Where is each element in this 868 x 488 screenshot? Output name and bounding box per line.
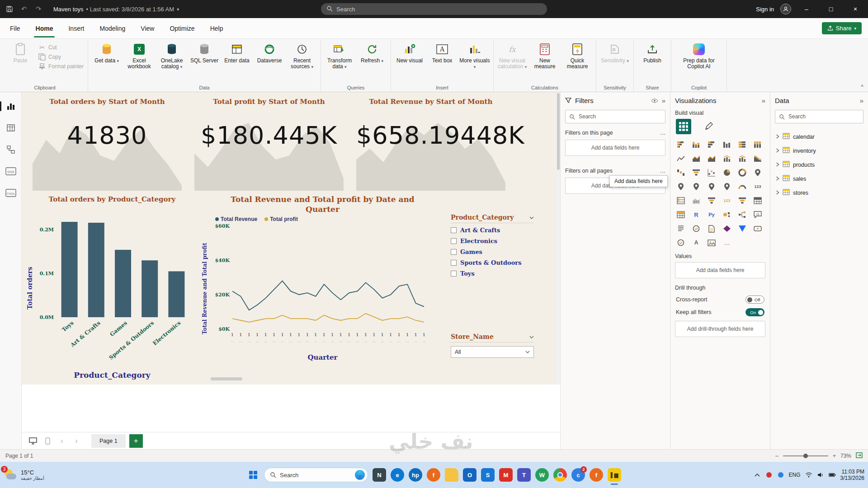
slicer-item-art-crafts[interactable]: Art & Crafts: [451, 227, 534, 234]
kpi-icon[interactable]: KPI: [690, 195, 702, 206]
text-box-icon[interactable]: A: [690, 237, 702, 249]
next-page-icon[interactable]: ›: [71, 435, 82, 447]
taskbar-app-power-bi[interactable]: ▌▆: [608, 468, 621, 482]
share-button[interactable]: Share ▾: [822, 22, 862, 34]
collapse-pane-icon[interactable]: »: [662, 97, 665, 104]
scatter-chart-icon[interactable]: [706, 167, 717, 178]
taskbar-app-firefox-browser[interactable]: f: [427, 468, 440, 482]
pie-chart-icon[interactable]: [721, 167, 733, 178]
app-tray-icon[interactable]: [777, 471, 784, 479]
ribbon-tab-modeling[interactable]: Modeling: [99, 22, 126, 35]
ellipsis-icon[interactable]: …: [660, 168, 666, 174]
checkbox-icon[interactable]: [451, 238, 457, 244]
tmdl-view-icon[interactable]: TMDL: [4, 186, 18, 200]
map-icon[interactable]: [675, 181, 687, 192]
key-influencers-icon[interactable]: [721, 209, 733, 221]
kpi-card-1[interactable]: Total orders by Start of Month 41830: [33, 96, 182, 191]
volume-icon[interactable]: [817, 471, 824, 479]
previous-page-icon[interactable]: ‹: [56, 435, 68, 447]
ribbon-transform-data-button[interactable]: Transform data ▾: [323, 40, 356, 71]
security-tray-icon[interactable]: [765, 471, 773, 479]
power-automate-visual-icon[interactable]: [736, 223, 748, 235]
store-name-slicer[interactable]: Store_Name All: [451, 333, 534, 358]
ribbon-tab-optimize[interactable]: Optimize: [169, 22, 195, 35]
chevron-right-icon[interactable]: [776, 148, 779, 154]
treemap-icon[interactable]: [752, 167, 764, 178]
new-card-icon[interactable]: 123: [721, 195, 733, 206]
mobile-layout-icon[interactable]: [42, 435, 53, 447]
build-visual-selected-icon[interactable]: [676, 119, 691, 134]
chevron-down-icon[interactable]: [529, 213, 534, 221]
collapse-pane-icon[interactable]: »: [762, 97, 765, 104]
fit-to-page-icon[interactable]: [856, 452, 863, 460]
battery-icon[interactable]: [829, 471, 836, 479]
line-chart-scrollbar[interactable]: [211, 377, 242, 380]
taskbar-app-notepad[interactable]: N: [373, 468, 386, 482]
report-view-icon[interactable]: [4, 99, 18, 113]
file-title[interactable]: Maven toys • Last saved: 3/8/2026 at 1:5…: [53, 6, 179, 13]
more-options-icon[interactable]: …: [721, 237, 733, 249]
slicer-icon[interactable]: [706, 195, 717, 206]
ribbon-tab-insert[interactable]: Insert: [67, 22, 85, 35]
zoom-in-icon[interactable]: +: [833, 453, 836, 459]
taskbar-app-chrome[interactable]: [553, 468, 567, 482]
clustered-bar-chart-icon[interactable]: [706, 139, 717, 150]
chevron-right-icon[interactable]: [776, 162, 779, 168]
ribbon-excel-workbook-button[interactable]: X Excel workbook: [123, 40, 156, 70]
language-indicator[interactable]: ENG: [789, 472, 801, 478]
ribbon-onelake-catalog-button[interactable]: OneLake catalog ▾: [156, 40, 188, 71]
data-search-input[interactable]: Search: [775, 110, 863, 123]
values-dropzone[interactable]: Add data fields here: [675, 262, 765, 278]
checkbox-icon[interactable]: [451, 271, 457, 277]
matrix-icon[interactable]: [675, 209, 687, 221]
sign-in-link[interactable]: Sign in: [756, 6, 774, 13]
ribbon-quick-measure-button[interactable]: Quick measure: [561, 40, 594, 70]
ribbon-new-visual-button[interactable]: New visual: [393, 40, 426, 65]
ribbon-more-visuals-button[interactable]: More visuals ▾: [458, 40, 491, 71]
ribbon-dataverse-button[interactable]: Dataverse: [253, 40, 286, 65]
ribbon-tab-home[interactable]: Home: [35, 22, 54, 35]
close-button[interactable]: ×: [846, 0, 864, 18]
scorecard-icon[interactable]: [675, 237, 687, 249]
collapse-ribbon-icon[interactable]: ^: [861, 84, 863, 90]
ribbon-enter-data-button[interactable]: Enter data: [221, 40, 253, 65]
donut-chart-icon[interactable]: [736, 167, 748, 178]
filters-page-dropzone[interactable]: Add data fields here: [565, 140, 665, 156]
bar-chart-plot[interactable]: 0.0M0.1M0.2MToysArt & CraftsGamesSports …: [36, 203, 190, 373]
q-and-a-icon[interactable]: Q: [752, 209, 764, 221]
metrics-icon[interactable]: [690, 223, 702, 235]
filters-search-input[interactable]: Search: [565, 110, 665, 123]
data-table-sales[interactable]: sales: [775, 172, 863, 186]
desktop-layout-icon[interactable]: [27, 435, 39, 447]
bar-chart-visual[interactable]: Total orders by Product_Category Total o…: [26, 195, 198, 380]
taskbar-app-microsoft-store[interactable]: S: [481, 468, 495, 482]
global-search-input[interactable]: Search: [321, 3, 547, 15]
stacked-area-chart-icon[interactable]: [706, 153, 717, 164]
paginated-report-icon[interactable]: [706, 223, 717, 235]
ribbon-prep-data-for-copilot-ai-button[interactable]: Prep data for Copilot AI: [674, 40, 724, 70]
python-visual-icon[interactable]: Py: [706, 209, 717, 221]
taskbar-app-messenger[interactable]: c2: [571, 468, 585, 482]
store-dropdown[interactable]: All: [451, 346, 534, 358]
save-icon[interactable]: [5, 5, 14, 13]
taskbar-app-edge-browser[interactable]: e: [391, 468, 404, 482]
taskbar-app-whatsapp[interactable]: W: [535, 468, 549, 482]
smart-narrative-icon[interactable]: [675, 223, 687, 235]
stacked-column-chart-icon[interactable]: [690, 139, 702, 150]
line-chart-visual[interactable]: Total Revenue and Total profit by Date a…: [202, 194, 443, 380]
line-and-clustered-column-chart-icon[interactable]: [736, 153, 748, 164]
slicer-item-sports-outdoors[interactable]: Sports & Outdoors: [451, 259, 534, 266]
slicer-item-games[interactable]: Games: [451, 249, 534, 255]
wifi-icon[interactable]: [805, 471, 812, 479]
zoom-slider[interactable]: [783, 455, 828, 456]
ribbon-tab-file[interactable]: File: [9, 22, 21, 35]
data-table-stores[interactable]: stores: [775, 186, 863, 200]
r-script-visual-icon[interactable]: R: [690, 209, 702, 221]
checkbox-icon[interactable]: [451, 227, 457, 233]
chevron-down-icon[interactable]: [529, 333, 534, 341]
account-avatar[interactable]: [780, 4, 791, 14]
start-button[interactable]: [247, 469, 259, 481]
collapse-pane-icon[interactable]: »: [860, 97, 863, 104]
minimize-button[interactable]: –: [797, 0, 816, 18]
ribbon-tab-help[interactable]: Help: [209, 22, 224, 35]
